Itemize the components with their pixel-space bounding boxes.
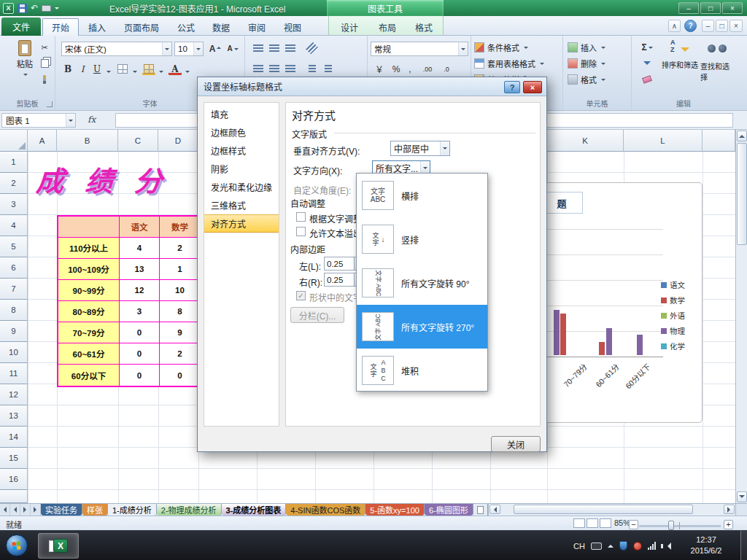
table-cell[interactable]: 80~89分: [58, 301, 120, 322]
print-icon[interactable]: [42, 5, 51, 12]
chart-bar[interactable]: [599, 342, 605, 355]
sheet-tab[interactable]: 5-函数xy=100: [365, 504, 425, 516]
font-color-button[interactable]: A: [168, 62, 182, 76]
row-header[interactable]: 8: [0, 300, 28, 321]
row-header[interactable]: 14: [0, 427, 28, 448]
align-top-button[interactable]: [251, 42, 266, 55]
borders-button[interactable]: [115, 62, 130, 76]
column-header-partial[interactable]: [703, 130, 735, 152]
row-header[interactable]: 11: [0, 363, 28, 384]
table-cell[interactable]: [58, 217, 120, 238]
chart-bar[interactable]: [606, 328, 612, 355]
first-sheet-button[interactable]: [0, 504, 10, 516]
zoom-level[interactable]: 85%: [614, 518, 630, 527]
taskbar-clock[interactable]: 12:37 2015/6/2: [677, 534, 735, 556]
dialog-titlebar[interactable]: 设置坐标轴标题格式: [198, 77, 546, 96]
row-header[interactable]: 16: [0, 469, 28, 490]
row-header[interactable]: 5: [0, 236, 28, 257]
increase-decimal-button[interactable]: .00: [419, 62, 436, 76]
row-header[interactable]: 15: [0, 448, 28, 469]
sheet-tab[interactable]: 1-成绩分析: [108, 504, 157, 516]
language-indicator[interactable]: CH: [573, 542, 585, 551]
table-cell[interactable]: 8: [160, 301, 200, 322]
nav-item-fill[interactable]: 填充: [204, 105, 279, 123]
legend-item[interactable]: 物理: [661, 325, 685, 336]
wordart-title[interactable]: 成 绩 分: [35, 159, 169, 199]
align-center-button[interactable]: [267, 62, 282, 76]
increase-indent-button[interactable]: [321, 62, 336, 76]
autosum-button[interactable]: Σ: [636, 40, 658, 54]
option-rotate-270-selected[interactable]: 文字ABC 所有文字旋转 270°: [357, 305, 487, 349]
row-header[interactable]: 2: [0, 173, 28, 194]
table-cell[interactable]: 2: [160, 238, 200, 259]
wrap-text-checkbox[interactable]: ✓: [296, 291, 306, 300]
insert-function-button[interactable]: fx: [88, 114, 96, 125]
table-cell[interactable]: 110分以上: [58, 238, 120, 259]
borders-dropdown-icon[interactable]: [133, 71, 137, 75]
orientation-button[interactable]: [305, 42, 320, 55]
accounting-format-button[interactable]: ￥: [372, 62, 387, 76]
decrease-decimal-button[interactable]: .0: [438, 62, 455, 76]
align-bottom-button[interactable]: [283, 42, 298, 55]
sheet-tab[interactable]: 样张: [82, 504, 108, 516]
maximize-button[interactable]: □: [700, 2, 721, 14]
column-header-a[interactable]: A: [28, 130, 57, 152]
taskbar-excel-button[interactable]: X: [38, 533, 79, 559]
bold-button[interactable]: B: [61, 62, 74, 76]
underline-button[interactable]: U: [90, 62, 104, 76]
volume-icon[interactable]: [664, 542, 671, 550]
table-cell[interactable]: 0: [120, 343, 160, 365]
clipboard-dialog-launcher-icon[interactable]: [47, 101, 53, 107]
column-header-k[interactable]: K: [547, 130, 624, 152]
table-cell[interactable]: 60分以下: [58, 365, 120, 386]
margin-left-input[interactable]: 0.25: [324, 257, 355, 271]
prev-sheet-button[interactable]: [10, 504, 20, 516]
dialog-close-button[interactable]: ×: [523, 81, 542, 93]
zoom-in-button[interactable]: +: [724, 520, 733, 529]
sheet-tab[interactable]: 6-椭圆图形: [425, 504, 473, 516]
table-header[interactable]: 语文: [120, 217, 160, 238]
scroll-up-button[interactable]: [737, 131, 747, 141]
page-layout-view-button[interactable]: [587, 518, 598, 528]
option-horizontal[interactable]: 文字 ABC 横排: [357, 174, 487, 217]
fill-button[interactable]: [636, 56, 658, 70]
dropdown-arrow-icon[interactable]: [162, 42, 171, 55]
align-left-button[interactable]: [251, 62, 266, 76]
show-desktop-button[interactable]: [740, 531, 747, 560]
network-icon[interactable]: [648, 542, 658, 550]
margin-right-input[interactable]: 0.25: [324, 273, 355, 287]
tab-formulas[interactable]: 公式: [169, 18, 203, 36]
number-format-combo[interactable]: 常规: [371, 42, 468, 56]
row-header[interactable]: 13: [0, 405, 28, 427]
undo-icon[interactable]: ↶: [31, 2, 38, 14]
autofit-checkbox-2[interactable]: [296, 227, 306, 236]
nav-item-border-style[interactable]: 边框样式: [204, 141, 279, 160]
scroll-left-button[interactable]: [489, 505, 500, 514]
decrease-indent-button[interactable]: [305, 62, 320, 76]
table-cell[interactable]: 60~61分: [58, 343, 120, 365]
row-header[interactable]: 1: [0, 152, 28, 173]
nav-item-alignment[interactable]: 对齐方式: [204, 214, 279, 233]
comma-style-button[interactable]: ,: [404, 62, 416, 76]
fill-color-button[interactable]: [142, 62, 156, 76]
table-cell[interactable]: 0: [160, 365, 200, 386]
chart-bar[interactable]: [637, 335, 643, 355]
insert-worksheet-button[interactable]: [473, 504, 488, 516]
sheet-tab[interactable]: 4-SIN函数COS函数: [286, 504, 365, 516]
close-button[interactable]: ×: [722, 2, 743, 14]
score-table[interactable]: 语文 数学 110分以上 4 2 100~109分 13 1 90~99分 12…: [57, 215, 201, 387]
show-hidden-icons-icon[interactable]: [608, 542, 614, 548]
row-header[interactable]: 10: [0, 342, 28, 363]
percent-style-button[interactable]: %: [390, 62, 403, 76]
sheet-tab[interactable]: 实验任务: [41, 504, 82, 516]
font-name-combo[interactable]: 宋体 (正文): [61, 42, 172, 56]
nav-item-border-color[interactable]: 边框颜色: [204, 123, 279, 141]
cut-button[interactable]: ✂: [38, 42, 51, 53]
page-break-view-button[interactable]: [600, 518, 611, 528]
row-header[interactable]: 9: [0, 321, 28, 342]
find-select-button[interactable]: 查找和选择: [700, 39, 734, 82]
vertical-alignment-combo[interactable]: 中部居中: [390, 141, 450, 156]
table-cell[interactable]: 2: [160, 343, 200, 365]
tray-app-icon[interactable]: [633, 542, 642, 551]
tab-data[interactable]: 数据: [204, 18, 238, 36]
